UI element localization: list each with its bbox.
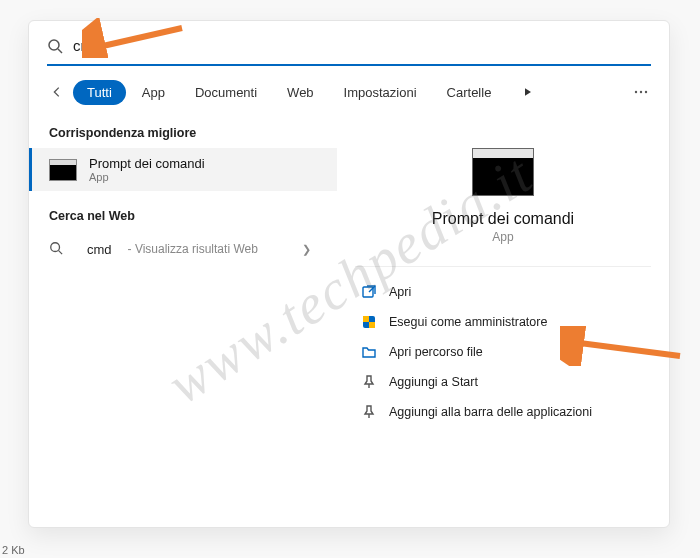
action-open-location[interactable]: Apri percorso file <box>355 337 651 367</box>
svg-point-2 <box>635 91 637 93</box>
overflow-button[interactable] <box>627 78 655 106</box>
action-pin-start-label: Aggiungi a Start <box>389 375 478 389</box>
search-panel: Tutti App Documenti Web Impostazioni Car… <box>28 20 670 528</box>
tab-web[interactable]: Web <box>273 80 328 105</box>
svg-line-1 <box>58 49 62 53</box>
search-icon <box>47 38 63 54</box>
filter-toolbar: Tutti App Documenti Web Impostazioni Car… <box>29 72 669 116</box>
svg-point-4 <box>645 91 647 93</box>
svg-point-3 <box>640 91 642 93</box>
action-open[interactable]: Apri <box>355 277 651 307</box>
tab-folders[interactable]: Cartelle <box>433 80 506 105</box>
web-hint: - Visualizza risultati Web <box>128 242 258 256</box>
action-run-admin-label: Esegui come amministratore <box>389 315 547 329</box>
section-web: Cerca nel Web <box>29 205 337 231</box>
pin-icon <box>361 374 377 390</box>
tab-app[interactable]: App <box>128 80 179 105</box>
back-button[interactable] <box>43 78 71 106</box>
pin-icon <box>361 404 377 420</box>
open-icon <box>361 284 377 300</box>
divider <box>355 266 651 267</box>
preview-hero: Prompt dei comandi App <box>355 138 651 262</box>
svg-line-6 <box>59 251 63 255</box>
action-open-label: Apri <box>389 285 411 299</box>
status-bar: 2 Kb <box>2 544 25 556</box>
tab-settings[interactable]: Impostazioni <box>330 80 431 105</box>
shield-icon <box>361 314 377 330</box>
svg-rect-10 <box>369 322 375 328</box>
chevron-right-icon: ❯ <box>302 243 317 256</box>
search-underline <box>47 64 651 66</box>
more-filters-button[interactable] <box>515 79 541 105</box>
result-subtitle: App <box>89 171 205 183</box>
svg-rect-9 <box>363 316 369 322</box>
result-cmd[interactable]: Prompt dei comandi App <box>29 148 337 191</box>
search-input[interactable] <box>73 37 651 54</box>
web-query: cmd <box>87 242 112 257</box>
action-pin-taskbar[interactable]: Aggiungi alla barra delle applicazioni <box>355 397 651 427</box>
folder-icon <box>361 344 377 360</box>
svg-rect-7 <box>363 287 373 297</box>
action-open-location-label: Apri percorso file <box>389 345 483 359</box>
search-icon <box>49 241 65 257</box>
cmd-thumb-icon <box>49 159 77 181</box>
web-result[interactable]: cmd - Visualizza risultati Web ❯ <box>29 231 337 267</box>
result-text: Prompt dei comandi App <box>89 156 205 183</box>
tab-all[interactable]: Tutti <box>73 80 126 105</box>
action-pin-start[interactable]: Aggiungi a Start <box>355 367 651 397</box>
section-best-match: Corrispondenza migliore <box>29 122 337 148</box>
action-pin-taskbar-label: Aggiungi alla barra delle applicazioni <box>389 405 592 419</box>
result-title: Prompt dei comandi <box>89 156 205 171</box>
svg-point-0 <box>49 40 59 50</box>
results-left: Corrispondenza migliore Prompt dei coman… <box>29 116 337 527</box>
svg-point-5 <box>51 243 60 252</box>
results-body: Corrispondenza migliore Prompt dei coman… <box>29 116 669 527</box>
cmd-hero-icon <box>472 148 534 196</box>
action-run-admin[interactable]: Esegui come amministratore <box>355 307 651 337</box>
tab-documents[interactable]: Documenti <box>181 80 271 105</box>
search-row <box>29 21 669 64</box>
preview-subtitle: App <box>492 230 513 244</box>
preview-pane: Prompt dei comandi App Apri Esegui come … <box>337 116 669 527</box>
preview-title: Prompt dei comandi <box>432 210 574 228</box>
